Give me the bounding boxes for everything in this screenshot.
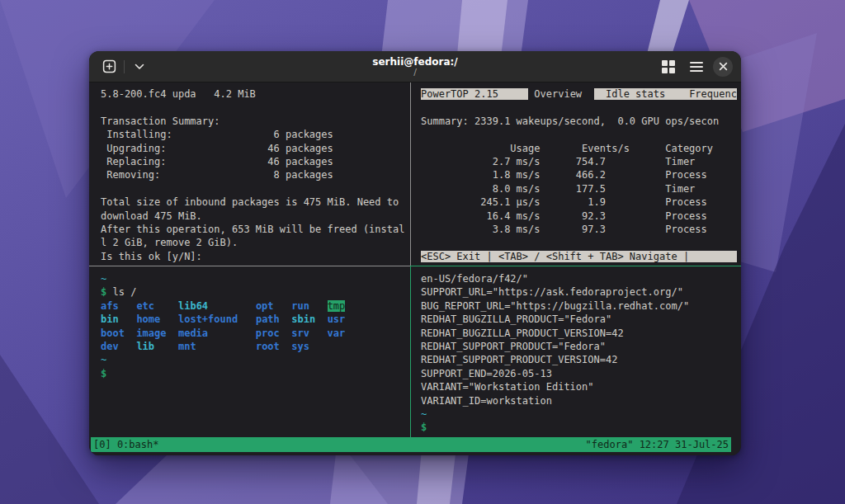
terminal-line: $ xyxy=(421,421,737,434)
terminal-line: REDHAT_SUPPORT_PRODUCT_VERSION=42 xyxy=(421,353,737,366)
terminal-line: Transaction Summary: xyxy=(101,115,411,128)
terminal-line: boot image media proc srv var xyxy=(101,327,411,340)
pane-os-release[interactable]: en-US/fedora/f42/"SUPPORT_URL="https://a… xyxy=(421,272,737,436)
terminal-line: SUPPORT_END=2026-05-13 xyxy=(421,367,737,380)
window-title-block: serhii@fedora:/ / xyxy=(89,51,741,82)
new-tab-button[interactable] xyxy=(97,55,120,78)
terminal-line: REDHAT_BUGZILLA_PRODUCT="Fedora" xyxy=(421,313,737,326)
terminal-content: 5.8-200.fc4 upda 4.2 MiBTransaction Summ… xyxy=(89,82,741,437)
terminal-line: download 475 MiB. xyxy=(101,210,411,223)
window-subtitle: / xyxy=(413,68,417,78)
status-area: [0] 0:bash* "fedora" 12:27 31-Jul-25 xyxy=(89,437,741,455)
terminal-line: Summary: 2339.1 wakeups/second, 0.0 GPU … xyxy=(421,115,737,128)
terminal-line: Removing: 8 packages xyxy=(101,168,411,181)
pane-divider-horizontal-inactive[interactable] xyxy=(89,266,410,266)
terminal-line: dev lib mnt root sys xyxy=(101,340,411,353)
terminal-line: 3.8 ms/s 97.3 Process xyxy=(421,223,737,236)
terminal-line: Replacing: 46 packages xyxy=(101,155,411,168)
plus-square-icon xyxy=(102,59,116,73)
tmux-status-bar: [0] 0:bash* "fedora" 12:27 31-Jul-25 xyxy=(91,437,731,452)
terminal-line: <ESC> Exit | <TAB> / <Shift + TAB> Navig… xyxy=(421,250,737,263)
terminal-line: afs etc lib64 opt run tmp xyxy=(101,299,411,313)
terminal-line: $ ls / xyxy=(101,285,411,299)
terminal-line: Total size of inbound packages is 475 Mi… xyxy=(101,195,411,209)
tab-list-button[interactable] xyxy=(128,55,151,78)
terminal-line: l 2 GiB, remove 2 GiB). xyxy=(101,236,411,249)
pane-ls-root[interactable]: ~$ ls /afs etc lib64 opt run tmpbin home… xyxy=(101,272,411,436)
terminal-line: BUG_REPORT_URL="https://bugzilla.redhat.… xyxy=(421,299,737,313)
tmux-window-list[interactable]: [0] 0:bash* xyxy=(93,437,158,452)
terminal-line xyxy=(421,128,737,141)
pane-powertop[interactable]: PowerTOP 2.15 Overview Idle stats Freque… xyxy=(421,87,737,266)
terminal-line: PowerTOP 2.15 Overview Idle stats Freque… xyxy=(421,87,737,101)
terminal-line: VARIANT_ID=workstation xyxy=(421,394,737,407)
terminal-line: VARIANT="Workstation Edition" xyxy=(421,380,737,393)
terminal-line xyxy=(421,236,737,249)
terminal-line: 5.8-200.fc4 upda 4.2 MiB xyxy=(101,87,411,101)
terminal-line: Is this ok [y/N]: xyxy=(101,250,411,263)
terminal-line: 8.0 ms/s 177.5 Timer xyxy=(421,182,737,195)
chevron-down-icon xyxy=(135,64,144,70)
terminal-line: SUPPORT_URL="https://ask.fedoraproject.o… xyxy=(421,285,737,299)
close-button[interactable] xyxy=(713,57,733,77)
close-x-icon xyxy=(719,62,728,71)
terminal-line: en-US/fedora/f42/" xyxy=(421,272,737,285)
terminal-line: After this operation, 653 MiB will be fr… xyxy=(101,223,411,236)
terminal-line: $ xyxy=(101,367,411,380)
pane-dnf-transaction[interactable]: 5.8-200.fc4 upda 4.2 MiBTransaction Summ… xyxy=(101,87,411,266)
pane-divider-horizontal-active[interactable] xyxy=(411,266,741,266)
terminal-line xyxy=(101,182,411,195)
terminal-line: bin home lost+found path sbin usr xyxy=(101,313,411,326)
terminal-line: ~ xyxy=(101,353,411,366)
grid-icon xyxy=(662,60,675,73)
terminal-line: REDHAT_SUPPORT_PRODUCT="Fedora" xyxy=(421,340,737,353)
terminal-line: ~ xyxy=(421,407,737,421)
main-menu-button[interactable] xyxy=(685,55,708,78)
terminal-line: Upgrading: 46 packages xyxy=(101,142,411,155)
window-title: serhii@fedora:/ xyxy=(372,56,457,68)
titlebar: serhii@fedora:/ / xyxy=(89,51,741,82)
hamburger-icon xyxy=(690,62,703,72)
terminal-line xyxy=(421,101,737,114)
terminal-line: Usage Events/s Category xyxy=(421,142,737,155)
terminal-line: REDHAT_BUGZILLA_PRODUCT_VERSION=42 xyxy=(421,327,737,340)
tab-overview-button[interactable] xyxy=(657,55,680,78)
terminal-window: serhii@fedora:/ / 5.8-200.fc4 upda 4.2 M… xyxy=(89,51,741,455)
terminal-line: 1.8 ms/s 466.2 Process xyxy=(421,168,737,181)
tmux-status-right: "fedora" 12:27 31-Jul-25 xyxy=(586,437,729,452)
terminal-line: 245.1 µs/s 1.9 Process xyxy=(421,195,737,209)
pane-divider-vertical-active[interactable] xyxy=(410,266,411,437)
pane-divider-vertical-inactive[interactable] xyxy=(410,82,411,266)
terminal-line: 16.4 ms/s 92.3 Process xyxy=(421,210,737,223)
terminal-line: Installing: 6 packages xyxy=(101,128,411,141)
terminal-line: 2.7 ms/s 754.7 Timer xyxy=(421,155,737,168)
terminal-line xyxy=(101,101,411,114)
terminal-line: ~ xyxy=(101,272,411,285)
titlebar-separator xyxy=(124,60,125,73)
